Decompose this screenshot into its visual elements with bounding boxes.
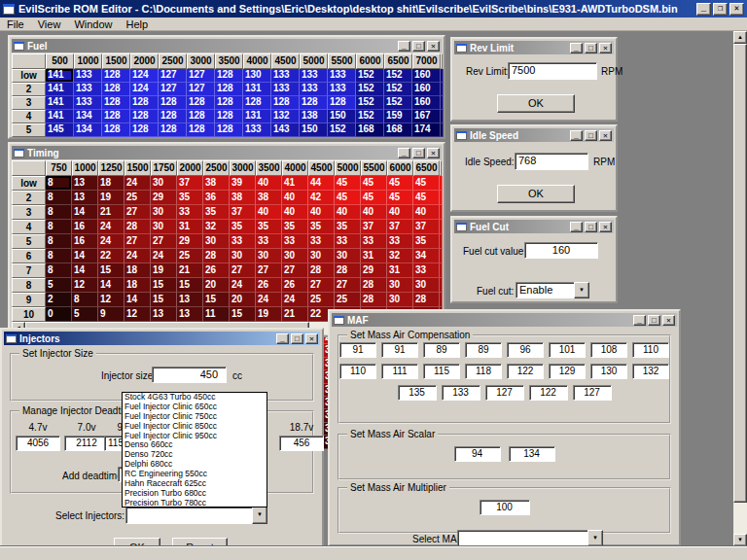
fuel-cell[interactable]: 141 xyxy=(46,96,74,110)
timing-cell[interactable]: 13 xyxy=(177,307,203,322)
timing-cell[interactable]: 33 xyxy=(361,234,387,249)
timing-cell[interactable]: 45 xyxy=(361,176,387,191)
deadtime-value-input[interactable]: 4056 xyxy=(16,436,60,451)
timing-cell[interactable]: 33 xyxy=(177,205,203,220)
timing-cell[interactable]: 18 xyxy=(124,278,151,293)
fuel-cell[interactable]: 133 xyxy=(74,69,102,83)
timing-cell[interactable]: 28 xyxy=(361,278,387,293)
minimize-icon[interactable]: _ xyxy=(398,41,410,52)
timing-cell[interactable]: 35 xyxy=(230,220,256,234)
idle-speed-titlebar[interactable]: Idle Speed _ □ ✕ xyxy=(454,128,614,142)
minimize-icon[interactable]: _ xyxy=(633,315,646,326)
maf-compensation-input[interactable]: 110 xyxy=(632,342,669,358)
timing-cell[interactable]: 31 xyxy=(361,249,387,263)
maf-compensation-input[interactable]: 91 xyxy=(339,342,376,358)
scroll-up-icon[interactable]: ▲ xyxy=(733,31,747,44)
timing-cell[interactable]: 30 xyxy=(151,176,177,191)
timing-cell[interactable]: 30 xyxy=(335,249,361,263)
timing-cell[interactable]: 8 xyxy=(46,191,72,205)
maf-compensation-input[interactable]: 115 xyxy=(423,364,460,379)
timing-cell[interactable]: 29 xyxy=(177,234,203,249)
maf-compensation-input[interactable]: 132 xyxy=(632,364,669,379)
fuel-cell[interactable]: 152 xyxy=(384,96,412,110)
timing-cell[interactable]: 27 xyxy=(335,278,361,293)
fuel-cell[interactable]: 131 xyxy=(243,83,271,96)
timing-cell[interactable]: 35 xyxy=(177,191,203,205)
fuel-cell[interactable]: 127 xyxy=(187,83,215,96)
fuel-cell[interactable]: 128 xyxy=(102,123,130,137)
fuel-cell[interactable]: 127 xyxy=(159,69,187,83)
timing-cell[interactable]: 24 xyxy=(230,278,256,293)
fuel-cell[interactable]: 128 xyxy=(215,69,243,83)
maf-compensation-input[interactable]: 122 xyxy=(507,364,544,379)
fuel-cell[interactable]: 152 xyxy=(356,83,384,96)
timing-cell[interactable]: 35 xyxy=(308,220,335,234)
fuel-cell[interactable]: 152 xyxy=(356,69,384,83)
maf-compensation-input[interactable]: 133 xyxy=(442,385,480,401)
fuel-cell[interactable]: 133 xyxy=(328,69,356,83)
fuel-cell[interactable]: 152 xyxy=(356,110,384,123)
rev-limit-input[interactable]: 7500 xyxy=(508,62,597,80)
fuel-cell[interactable]: 133 xyxy=(328,83,356,96)
fuel-cell[interactable]: 128 xyxy=(130,110,159,123)
maximize-icon[interactable]: □ xyxy=(412,148,425,158)
chevron-down-icon[interactable]: ▼ xyxy=(252,507,267,524)
timing-cell[interactable]: 36 xyxy=(203,191,230,205)
maf-scalar-input[interactable]: 94 xyxy=(454,446,501,462)
timing-cell[interactable]: 21 xyxy=(177,263,203,278)
timing-cell[interactable]: 15 xyxy=(151,278,177,293)
timing-cell[interactable]: 44 xyxy=(308,176,335,191)
timing-cell[interactable]: 25 xyxy=(177,249,203,263)
timing-cell[interactable]: 14 xyxy=(124,293,151,307)
maf-compensation-input[interactable]: 89 xyxy=(423,342,460,358)
fuel-cell[interactable]: 145 xyxy=(46,123,74,137)
fuel-cell[interactable]: 152 xyxy=(384,83,412,96)
timing-cell[interactable]: 35 xyxy=(203,205,230,220)
timing-cell[interactable]: 13 xyxy=(151,307,177,322)
fuel-cell[interactable]: 160 xyxy=(412,69,441,83)
timing-cell[interactable]: 40 xyxy=(256,205,282,220)
timing-cell[interactable]: 45 xyxy=(387,176,413,191)
select-maf-combobox[interactable]: ▼ xyxy=(457,530,603,546)
menu-item-window[interactable]: Window xyxy=(67,18,119,31)
timing-cell[interactable]: 28 xyxy=(361,293,387,307)
select-injectors-combobox[interactable]: ▼ xyxy=(125,507,267,524)
timing-cell[interactable]: 35 xyxy=(413,234,440,249)
timing-cell[interactable]: 40 xyxy=(282,191,308,205)
mdi-vertical-scrollbar[interactable]: ▲ ▼ xyxy=(733,31,747,546)
fuel-cell[interactable]: 128 xyxy=(215,110,243,123)
timing-cell[interactable]: 30 xyxy=(308,249,335,263)
fuel-cell[interactable]: 141 xyxy=(46,110,74,123)
timing-cell[interactable]: 33 xyxy=(413,263,440,278)
maf-compensation-input[interactable]: 122 xyxy=(529,385,568,401)
timing-cell[interactable]: 34 xyxy=(413,249,440,263)
timing-cell[interactable]: 24 xyxy=(124,176,151,191)
timing-cell[interactable]: 5 xyxy=(72,307,98,322)
timing-cell[interactable]: 27 xyxy=(282,263,308,278)
timing-cell[interactable]: 5 xyxy=(46,278,72,293)
timing-cell[interactable]: 24 xyxy=(98,220,124,234)
timing-cell[interactable]: 13 xyxy=(177,293,203,307)
timing-cell[interactable]: 32 xyxy=(387,249,413,263)
timing-cell[interactable]: 28 xyxy=(124,220,151,234)
fuel-cell[interactable]: 124 xyxy=(130,69,159,83)
minimize-icon[interactable]: _ xyxy=(696,3,711,16)
fuel-cell[interactable]: 141 xyxy=(46,83,74,96)
timing-cell[interactable]: 16 xyxy=(72,234,98,249)
timing-cell[interactable]: 21 xyxy=(282,307,308,322)
timing-cell[interactable]: 27 xyxy=(308,278,335,293)
timing-cell[interactable]: 15 xyxy=(177,278,203,293)
timing-cell[interactable]: 35 xyxy=(282,220,308,234)
timing-cell[interactable]: 0 xyxy=(46,307,72,322)
minimize-icon[interactable]: _ xyxy=(570,222,583,232)
scroll-track[interactable] xyxy=(733,503,747,534)
timing-cell[interactable]: 30 xyxy=(230,249,256,263)
timing-cell[interactable]: 12 xyxy=(124,307,151,322)
fuel-cell[interactable]: 152 xyxy=(356,96,384,110)
timing-cell[interactable]: 28 xyxy=(203,249,230,263)
timing-cell[interactable]: 19 xyxy=(151,263,177,278)
timing-cell[interactable]: 30 xyxy=(387,293,413,307)
timing-cell[interactable]: 8 xyxy=(72,293,98,307)
timing-cell[interactable]: 35 xyxy=(335,220,361,234)
maf-compensation-input[interactable]: 101 xyxy=(549,342,586,358)
